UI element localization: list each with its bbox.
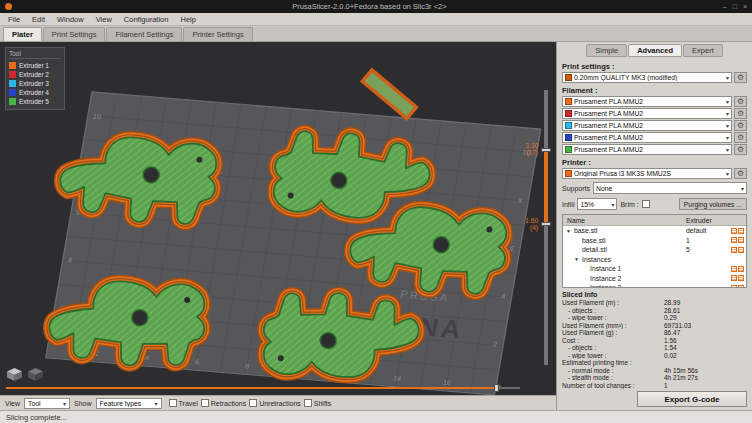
horizontal-slider-handle[interactable] <box>494 384 499 392</box>
filament-5-select[interactable]: Prusament PLA MMU2▾ <box>562 144 732 155</box>
prusaslicer-window: PrusaSlicer-2.0.0+Fedora based on Slic3r… <box>0 0 752 423</box>
object-name-cell: Instance 1 <box>563 265 686 272</box>
chevron-down-icon: ▾ <box>726 134 729 141</box>
row-settings-icon[interactable] <box>731 228 737 234</box>
maximize-button[interactable]: □ <box>733 3 737 10</box>
tab-filament-settings[interactable]: Filament Settings <box>106 27 182 41</box>
wipe-tower[interactable] <box>362 70 416 119</box>
menu-configuration[interactable]: Configuration <box>118 15 175 24</box>
print-settings-select[interactable]: 0.20mm QUALITY MK3 (modified)▾ <box>562 72 732 83</box>
filament-5-settings-button[interactable]: ⚙ <box>734 144 747 155</box>
toggle-unretractions[interactable]: Unretractions <box>249 399 301 407</box>
sidebar: SimpleAdvancedExpert Print settings : 0.… <box>556 42 752 410</box>
sliced-info-row: - objects :28.61 <box>562 307 747 315</box>
row-settings-icon[interactable] <box>731 237 737 243</box>
brim-checkbox[interactable] <box>642 200 650 208</box>
filament-1-select[interactable]: Prusament PLA MMU2▾ <box>562 96 732 107</box>
sliced-info-value: 0.02 <box>664 352 747 360</box>
close-button[interactable]: × <box>743 3 747 10</box>
object-list-row[interactable]: detail.stl5 <box>563 245 746 255</box>
layer-slider-upper-handle[interactable] <box>541 148 551 152</box>
object-list-row[interactable]: ▼Instances <box>563 255 746 265</box>
object-list: Name Extruder ▼base.stldefaultbase.stl1d… <box>562 214 747 288</box>
feature-types-select[interactable]: Feature types ▾ <box>96 398 162 409</box>
sliced-info-value: 69731.03 <box>664 322 747 330</box>
object-list-row[interactable]: Instance 2 <box>563 274 746 284</box>
purging-volumes-button[interactable]: Purging volumes ... <box>679 198 747 210</box>
render-canvas[interactable]: PRUSA GINA 24681012141618224466881010 <box>0 42 556 395</box>
print-settings-settings-button[interactable]: ⚙ <box>734 72 747 83</box>
menu-help[interactable]: Help <box>174 15 201 24</box>
tool-legend-title: Tool <box>9 50 61 59</box>
filament-3-settings-button[interactable]: ⚙ <box>734 120 747 131</box>
view-type-select[interactable]: Tool ▾ <box>24 398 70 409</box>
row-settings-icon[interactable] <box>731 275 737 281</box>
row-settings-icon[interactable] <box>731 266 737 272</box>
checkbox-label: Shifts <box>314 400 332 407</box>
shifts-checkbox[interactable] <box>304 399 312 407</box>
export-gcode-button[interactable]: Export G-code <box>637 391 747 407</box>
tab-print-settings[interactable]: Print Settings <box>43 27 106 41</box>
filament-4-select[interactable]: Prusament PLA MMU2▾ <box>562 132 732 143</box>
retractions-checkbox[interactable] <box>201 399 209 407</box>
expand-caret[interactable]: ▼ <box>573 256 580 262</box>
unretractions-checkbox[interactable] <box>249 399 257 407</box>
3d-editor-view-icon[interactable] <box>6 367 23 382</box>
row-settings-icon[interactable] <box>731 247 737 253</box>
extruder-color-chip <box>9 62 16 69</box>
filament-1-settings-button[interactable]: ⚙ <box>734 96 747 107</box>
menu-file[interactable]: File <box>2 15 26 24</box>
row-icons <box>724 228 746 234</box>
printer-settings-button[interactable]: ⚙ <box>734 168 747 179</box>
sliced-info-row: - normal mode :4h 15m 56s <box>562 367 747 375</box>
infill-select[interactable]: 15% ▾ <box>577 198 617 210</box>
layer-slider-lower-handle[interactable] <box>541 222 551 226</box>
travel-checkbox[interactable] <box>169 399 177 407</box>
horizontal-layer-slider[interactable] <box>6 384 520 392</box>
mode-tab-expert[interactable]: Expert <box>683 44 723 57</box>
sliced-info-label: - normal mode : <box>562 367 664 375</box>
toggle-travel[interactable]: Travel <box>169 399 198 407</box>
menu-window[interactable]: Window <box>51 15 90 24</box>
row-settings-icon[interactable] <box>738 285 744 288</box>
object-name-cell: Instance 3 <box>563 284 686 287</box>
mode-tab-simple[interactable]: Simple <box>586 44 627 57</box>
sliced-info-label: - wipe tower : <box>562 314 664 322</box>
sliced-info-label: - objects : <box>562 344 664 352</box>
object-list-row[interactable]: Instance 1 <box>563 264 746 274</box>
toggle-shifts[interactable]: Shifts <box>304 399 332 407</box>
row-settings-icon[interactable] <box>731 285 737 288</box>
menu-view[interactable]: View <box>90 15 118 24</box>
printer-select[interactable]: Original Prusa i3 MK3S MMU2S▾ <box>562 168 732 179</box>
supports-select[interactable]: None ▾ <box>593 182 747 194</box>
filament-2-settings-button[interactable]: ⚙ <box>734 108 747 119</box>
object-name-cell: detail.stl <box>563 246 686 253</box>
preview-view-icon[interactable] <box>27 367 44 382</box>
legend-item: Extruder 5 <box>9 97 61 106</box>
filament-2-select[interactable]: Prusament PLA MMU2▾ <box>562 108 732 119</box>
print-settings-value: 0.20mm QUALITY MK3 (modified) <box>574 74 724 81</box>
row-settings-icon[interactable] <box>738 275 744 281</box>
row-settings-icon[interactable] <box>738 266 744 272</box>
object-list-row[interactable]: base.stl1 <box>563 236 746 246</box>
filament-2-value: Prusament PLA MMU2 <box>574 110 724 117</box>
filament-4-settings-button[interactable]: ⚙ <box>734 132 747 143</box>
expand-caret[interactable]: ▼ <box>565 228 572 234</box>
sliced-info-row: - wipe tower :0.29 <box>562 314 747 322</box>
filament-3-select[interactable]: Prusament PLA MMU2▾ <box>562 120 732 131</box>
tab-printer-settings[interactable]: Printer Settings <box>183 27 252 41</box>
row-settings-icon[interactable] <box>738 228 744 234</box>
chevron-down-icon: ▾ <box>726 110 729 117</box>
row-settings-icon[interactable] <box>738 247 744 253</box>
layer-slider-track[interactable] <box>544 90 548 365</box>
tab-plater[interactable]: Plater <box>3 27 42 41</box>
mode-tab-advanced[interactable]: Advanced <box>628 44 682 57</box>
row-settings-icon[interactable] <box>738 237 744 243</box>
3d-viewport[interactable]: PRUSA GINA 24681012141618224466881010 To… <box>0 42 556 395</box>
toggle-retractions[interactable]: Retractions <box>201 399 246 407</box>
object-list-row[interactable]: Instance 3 <box>563 283 746 288</box>
menu-edit[interactable]: Edit <box>26 15 51 24</box>
minimize-button[interactable]: – <box>723 3 727 10</box>
layer-slider[interactable]: 3.30 (17) 1.60 (4) <box>523 90 553 365</box>
object-list-row[interactable]: ▼base.stldefault <box>563 226 746 236</box>
